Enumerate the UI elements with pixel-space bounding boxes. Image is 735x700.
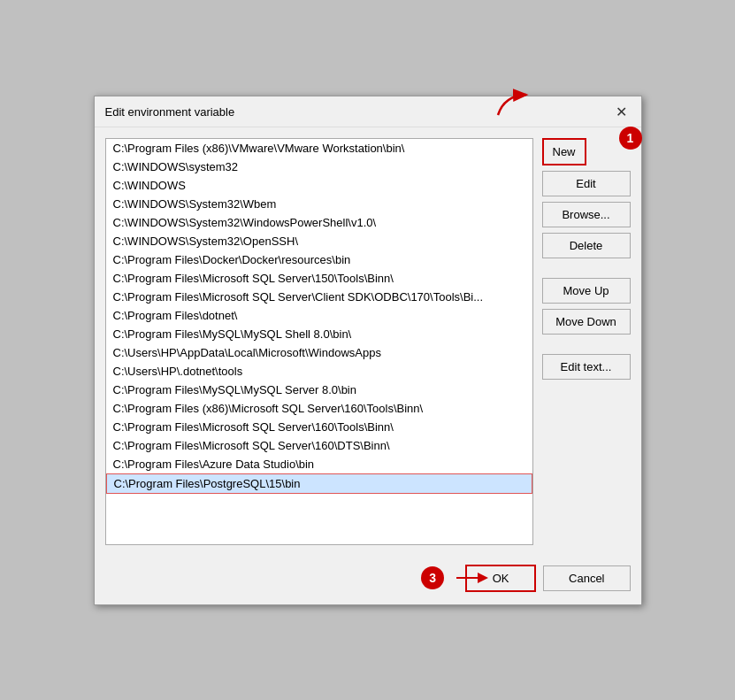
move-up-button[interactable]: Move Up [542, 278, 631, 304]
arrow-3 [456, 569, 492, 587]
edit-text-button[interactable]: Edit text... [542, 354, 631, 380]
list-item[interactable]: C:\Program Files\Microsoft SQL Server\Cl… [106, 288, 532, 306]
list-item[interactable]: C:\Program Files\Microsoft SQL Server\16… [106, 418, 532, 436]
annotation-1: 1 [619, 127, 642, 150]
browse-button[interactable]: Browse... [542, 202, 631, 227]
edit-env-var-dialog: Edit environment variable ✕ C:\Program F… [94, 96, 642, 605]
dialog-title: Edit environment variable [105, 105, 235, 119]
list-item[interactable]: C:\WINDOWS\System32\Wbem [106, 195, 532, 213]
path-list[interactable]: C:\Program Files (x86)\VMware\VMware Wor… [105, 138, 533, 545]
list-item[interactable]: C:\Program Files\MySQL\MySQL Shell 8.0\b… [106, 325, 532, 343]
list-item[interactable]: C:\WINDOWS\System32\OpenSSH\ [106, 232, 532, 250]
new-button[interactable]: New [542, 138, 586, 165]
delete-button[interactable]: Delete [542, 233, 631, 258]
content-area: C:\Program Files (x86)\VMware\VMware Wor… [95, 127, 641, 556]
buttons-panel: New 1 Edit Browse... Delete Move Up Move… [542, 138, 631, 545]
list-item[interactable]: C:\Program Files\MySQL\MySQL Server 8.0\… [106, 381, 532, 399]
list-item[interactable]: C:\Program Files\PostgreSQL\15\bin2 [106, 473, 532, 494]
list-item[interactable]: C:\Users\HP\AppData\Local\Microsoft\Wind… [106, 343, 532, 362]
list-item[interactable]: C:\Program Files (x86)\Microsoft SQL Ser… [106, 399, 532, 418]
move-down-button[interactable]: Move Down [542, 309, 631, 335]
list-item[interactable]: C:\WINDOWS\system32 [106, 158, 532, 176]
cancel-button[interactable]: Cancel [543, 565, 630, 591]
list-item[interactable]: C:\Program Files\Microsoft SQL Server\16… [106, 436, 532, 455]
edit-button[interactable]: Edit [542, 171, 631, 196]
list-item[interactable]: C:\WINDOWS\System32\WindowsPowerShell\v1… [106, 213, 532, 232]
list-item[interactable]: C:\Users\HP\.dotnet\tools [106, 362, 532, 381]
close-button[interactable]: ✕ [612, 105, 631, 119]
list-item[interactable]: C:\Program Files\Azure Data Studio\bin [106, 455, 532, 473]
list-item[interactable]: C:\Program Files\dotnet\ [106, 306, 532, 325]
list-item[interactable]: C:\Program Files (x86)\VMware\VMware Wor… [106, 139, 532, 158]
footer: 3 OK Cancel [95, 556, 641, 604]
annotation-3: 3 [421, 566, 444, 589]
list-item[interactable]: C:\WINDOWS [106, 176, 532, 195]
list-item[interactable]: C:\Program Files\Microsoft SQL Server\15… [106, 269, 532, 288]
title-bar: Edit environment variable ✕ [95, 96, 641, 127]
list-item[interactable]: C:\Program Files\Docker\Docker\resources… [106, 250, 532, 269]
